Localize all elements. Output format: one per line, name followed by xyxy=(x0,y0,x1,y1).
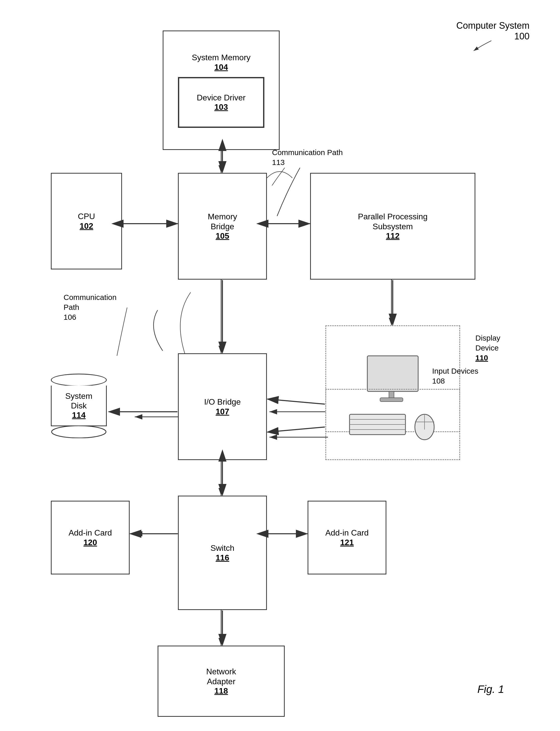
fig-label: Fig. 1 xyxy=(477,683,504,695)
device-driver-label: Device Driver xyxy=(197,93,246,102)
io-bridge-box: I/O Bridge 107 xyxy=(178,353,267,460)
system-disk-cylinder: SystemDisk 114 xyxy=(51,374,107,438)
switch-num: 116 xyxy=(216,553,229,562)
input-devices-label: Input Devices108 xyxy=(432,366,478,386)
add-in-card-120-box: Add-in Card 120 xyxy=(51,501,130,574)
comm-path-113-svg xyxy=(269,147,320,186)
add-in-card-121-label: Add-in Card xyxy=(325,528,369,538)
device-driver-num: 103 xyxy=(214,102,228,112)
memory-bridge-label: MemoryBridge xyxy=(208,212,237,231)
add-in-card-121-box: Add-in Card 121 xyxy=(308,501,386,574)
cylinder-bottom-svg xyxy=(51,425,107,438)
add-in-card-121-num: 121 xyxy=(340,538,354,547)
network-adapter-label: NetworkAdapter xyxy=(206,667,236,686)
cylinder-top xyxy=(51,374,107,386)
switch-box: Switch 116 xyxy=(178,496,267,610)
diagram: Computer System 100 System Memory 104 De… xyxy=(0,0,560,731)
svg-rect-15 xyxy=(367,356,418,391)
network-adapter-box: NetworkAdapter 118 xyxy=(158,646,285,717)
switch-label: Switch xyxy=(210,543,234,553)
parallel-processing-num: 112 xyxy=(386,231,399,241)
svg-line-34 xyxy=(267,427,325,432)
memory-bridge-num: 105 xyxy=(216,231,229,241)
input-devices-text: Input Devices108 xyxy=(432,367,478,385)
cylinder-body: SystemDisk 114 xyxy=(51,386,107,426)
input-devices-box xyxy=(325,389,460,460)
network-adapter-num: 118 xyxy=(214,686,228,696)
cpu-num: 102 xyxy=(80,221,93,231)
system-memory-label: System Memory xyxy=(192,53,250,62)
display-device-num: 110 xyxy=(475,354,488,362)
mouse-svg xyxy=(412,408,437,441)
add-in-card-120-num: 120 xyxy=(83,538,97,547)
arrows-svg xyxy=(0,0,560,731)
svg-line-33 xyxy=(267,399,325,404)
memory-bridge-box: MemoryBridge 105 xyxy=(178,173,267,280)
add-in-card-120-label: Add-in Card xyxy=(69,528,112,538)
device-driver-box: Device Driver 103 xyxy=(178,77,264,128)
display-device-label: DisplayDevice 110 xyxy=(475,333,500,363)
system-disk-num: 114 xyxy=(72,410,85,420)
io-bridge-num: 107 xyxy=(216,407,229,416)
cpu-label: CPU xyxy=(78,211,95,221)
io-bridge-label: I/O Bridge xyxy=(204,397,241,407)
cpu-box: CPU 102 xyxy=(51,173,122,269)
main-arrows xyxy=(0,0,560,731)
system-disk-label: SystemDisk xyxy=(65,391,93,411)
parallel-processing-label: Parallel ProcessingSubsystem xyxy=(358,212,428,231)
display-device-text: DisplayDevice xyxy=(475,334,500,352)
fig-label-text: Fig. 1 xyxy=(477,683,504,695)
cs-arrow xyxy=(471,38,496,53)
parallel-processing-box: Parallel ProcessingSubsystem 112 xyxy=(310,173,475,280)
system-memory-box: System Memory 104 Device Driver 103 xyxy=(163,31,280,150)
keyboard-svg xyxy=(348,412,407,437)
system-memory-num: 104 xyxy=(214,63,228,72)
svg-point-25 xyxy=(52,426,106,438)
comm-path-106-svg xyxy=(102,305,140,356)
